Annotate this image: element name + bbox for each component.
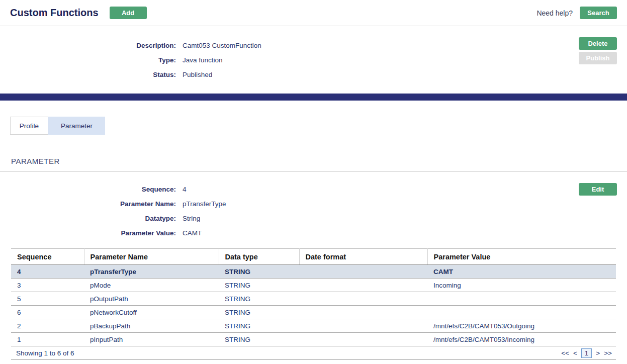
first-page-button[interactable]: << [561, 349, 569, 357]
section-divider-bar [0, 94, 627, 101]
delete-button[interactable]: Delete [579, 37, 617, 50]
parameter-section-title: PARAMETER [11, 157, 627, 165]
cell-parameter-name: pBackupPath [84, 319, 219, 333]
cell-sequence: 6 [11, 306, 84, 319]
column-header-data-type: Data type [219, 249, 299, 265]
search-button[interactable]: Search [580, 7, 617, 19]
sequence-label: Sequence: [0, 182, 176, 197]
function-detail-card: Description: Camt053 CustomFunction Type… [0, 26, 627, 94]
parameter-detail-card: Sequence: 4 Parameter Name: pTransferTyp… [0, 172, 627, 248]
status-value: Published [183, 67, 627, 82]
page-title: Custom Functions [10, 7, 99, 19]
table-footer: Showing 1 to 6 of 6 << < 1 > >> [11, 346, 616, 360]
cell-data-type: STRING [219, 265, 299, 279]
table-header-row: Sequence Parameter Name Data type Date f… [11, 249, 616, 265]
cell-sequence: 2 [11, 319, 84, 333]
cell-sequence: 3 [11, 279, 84, 292]
cell-parameter-name: pOutputPath [84, 292, 219, 306]
cell-date-format [299, 319, 427, 333]
cell-parameter-name: pInputPath [84, 333, 219, 346]
cell-parameter-name: pNetworkCutoff [84, 306, 219, 319]
cell-data-type: STRING [219, 319, 299, 333]
cell-sequence: 4 [11, 265, 84, 279]
table-row[interactable]: 1 pInputPath STRING /mnt/efs/C2B/CAMT053… [11, 333, 616, 346]
type-value: Java function [183, 53, 627, 67]
cell-parameter-value: /mnt/efs/C2B/CAMT053/Outgoing [427, 319, 616, 333]
cell-sequence: 1 [11, 333, 84, 346]
cell-parameter-value [427, 292, 616, 306]
cell-parameter-value: CAMT [427, 265, 616, 279]
table-row[interactable]: 2 pBackupPath STRING /mnt/efs/C2B/CAMT05… [11, 319, 616, 333]
tab-profile[interactable]: Profile [10, 117, 48, 135]
pagination: << < 1 > >> [561, 348, 612, 358]
parameter-table: Sequence Parameter Name Data type Date f… [11, 248, 616, 360]
cell-data-type: STRING [219, 306, 299, 319]
cell-parameter-value: Incoming [427, 279, 616, 292]
publish-button[interactable]: Publish [579, 52, 617, 64]
top-header: Custom Functions Add Need help? Search [0, 0, 627, 26]
edit-button[interactable]: Edit [579, 183, 617, 196]
cell-data-type: STRING [219, 279, 299, 292]
type-label: Type: [0, 53, 176, 67]
cell-date-format [299, 306, 427, 319]
cell-parameter-value: /mnt/efs/C2B/CAMT053/Incoming [427, 333, 616, 346]
cell-data-type: STRING [219, 333, 299, 346]
tab-parameter[interactable]: Parameter [48, 117, 105, 135]
current-page-indicator[interactable]: 1 [581, 348, 592, 358]
table-row[interactable]: 3 pMode STRING Incoming [11, 279, 616, 292]
cell-data-type: STRING [219, 292, 299, 306]
datatype-label: Datatype: [0, 211, 176, 226]
cell-date-format [299, 292, 427, 306]
sequence-value: 4 [183, 182, 627, 197]
tab-bar: Profile Parameter [10, 117, 627, 135]
column-header-parameter-name: Parameter Name [84, 249, 219, 265]
cell-parameter-name: pTransferType [84, 265, 219, 279]
table-row[interactable]: 6 pNetworkCutoff STRING [11, 306, 616, 319]
cell-date-format [299, 265, 427, 279]
add-button[interactable]: Add [110, 7, 147, 19]
parameter-name-label: Parameter Name: [0, 197, 176, 211]
description-label: Description: [0, 38, 176, 53]
datatype-value: String [183, 211, 627, 226]
last-page-button[interactable]: >> [604, 349, 612, 357]
cell-date-format [299, 279, 427, 292]
status-label: Status: [0, 67, 176, 82]
table-row[interactable]: 4 pTransferType STRING CAMT [11, 265, 616, 279]
column-header-parameter-value: Parameter Value [427, 249, 616, 265]
parameter-value-value: CAMT [183, 226, 627, 240]
showing-text: Showing 1 to 6 of 6 [16, 349, 74, 357]
need-help-text: Need help? [536, 9, 573, 17]
page: Custom Functions Add Need help? Search D… [0, 0, 627, 364]
column-header-sequence: Sequence [11, 249, 84, 265]
parameter-name-value: pTransferType [183, 197, 627, 211]
next-page-button[interactable]: > [596, 349, 600, 357]
description-value: Camt053 CustomFunction [183, 38, 627, 53]
parameter-value-label: Parameter Value: [0, 226, 176, 240]
cell-parameter-name: pMode [84, 279, 219, 292]
column-header-date-format: Date format [299, 249, 427, 265]
cell-date-format [299, 333, 427, 346]
cell-parameter-value [427, 306, 616, 319]
prev-page-button[interactable]: < [573, 349, 577, 357]
cell-sequence: 5 [11, 292, 84, 306]
table-row[interactable]: 5 pOutputPath STRING [11, 292, 616, 306]
